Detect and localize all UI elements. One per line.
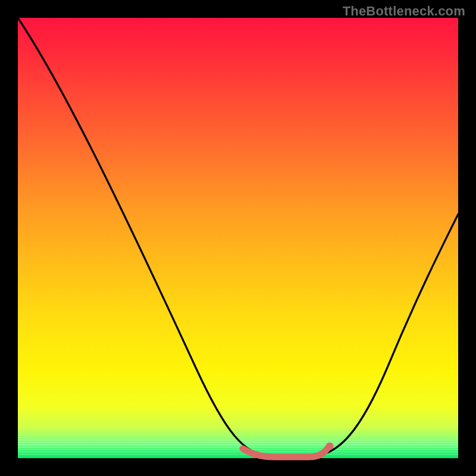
chart-frame: TheBottleneck.com [0,0,476,476]
trough-end-dot [326,443,334,450]
trough-highlight [243,449,327,457]
curve-path [18,18,458,456]
plot-area [18,18,458,458]
bottleneck-curve [18,18,458,458]
watermark-text: TheBottleneck.com [343,4,465,19]
